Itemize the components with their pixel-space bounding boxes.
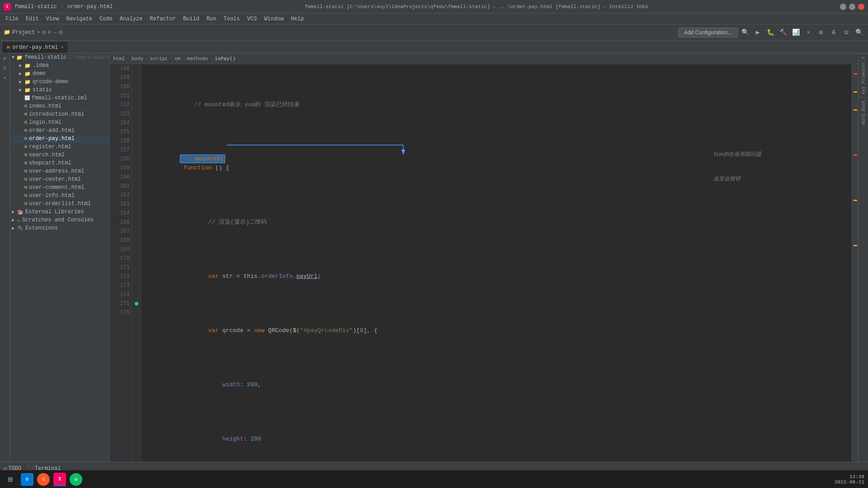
user-address-file-icon: H	[24, 169, 27, 174]
scroll-markers[interactable]	[852, 64, 858, 462]
login-file-icon: H	[24, 120, 27, 125]
tree-item-register[interactable]: ▶ H register.html	[10, 143, 109, 151]
menu-build[interactable]: Build	[179, 15, 203, 23]
toolbar-project: 📁 Project ▾ ⚙ ≡ – ⚙	[4, 28, 62, 36]
tree-item-idea[interactable]: ▶ 📁 .idea	[10, 61, 109, 70]
menu-vcs[interactable]: VCS	[244, 15, 261, 23]
windows-start-button[interactable]: ⊞	[4, 473, 17, 486]
menu-navigate[interactable]: Navigate	[62, 15, 96, 23]
favorites-icon[interactable]: ★	[1, 73, 9, 81]
demo-label: demo	[33, 70, 46, 77]
index-label: index.html	[29, 103, 61, 109]
structure-icon[interactable]: S	[1, 64, 9, 72]
menu-view[interactable]: View	[42, 15, 63, 23]
warning-marker-3	[854, 200, 857, 201]
tree-item-qrcode-demo[interactable]: ▶ 📁 qrcode-demo	[10, 78, 109, 86]
app-icon: I	[4, 3, 11, 10]
key-promoter-tab[interactable]: Key Promoter X	[859, 53, 868, 97]
breadcrumb-ispay[interactable]: isPay()	[215, 56, 236, 61]
tree-item-search[interactable]: ▶ H search.html	[10, 151, 109, 159]
tree-item-index[interactable]: ▶ H index.html	[10, 102, 109, 110]
breadcrumb-script[interactable]: script	[150, 56, 168, 61]
error-marker-1	[854, 73, 857, 75]
taskbar-intellij[interactable]: I	[53, 473, 66, 486]
taskbar-chrome[interactable]: G	[37, 473, 50, 486]
menu-edit[interactable]: Edit	[22, 15, 42, 23]
taskbar-edge[interactable]: e	[21, 473, 33, 486]
menu-analyze[interactable]: Analyze	[116, 15, 146, 23]
menu-help[interactable]: Help	[287, 15, 307, 23]
expand-arrow-ext: ▶	[12, 209, 15, 215]
expand-arrow-idea: ▶	[19, 63, 23, 68]
menu-code[interactable]: Code	[96, 15, 116, 23]
minimize-button[interactable]	[840, 4, 846, 10]
tree-root[interactable]: ▼ 📁 fmmall-static C:\Users\xuyl\Idea...	[10, 53, 109, 61]
debug-button[interactable]: 🐛	[765, 27, 776, 38]
tree-item-login[interactable]: ▶ H login.html	[10, 118, 109, 127]
menu-run[interactable]: Run	[203, 15, 220, 23]
tree-item-introduction[interactable]: ▶ H introduction.html	[10, 110, 109, 118]
search-icon[interactable]: 🔍	[854, 27, 864, 38]
order-pay-file-icon: H	[24, 136, 27, 141]
breadcrumb-sep-1: ›	[127, 56, 130, 61]
menu-refactor[interactable]: Refactor	[146, 15, 179, 23]
coverage-button[interactable]: 📊	[790, 27, 801, 38]
title-bar-center: fmmall-static [C:\Users\xuyl\IdeaProject…	[113, 4, 840, 9]
demo-folder-icon: 📁	[24, 71, 31, 77]
project-panel: ▼ 📁 fmmall-static C:\Users\xuyl\Idea... …	[10, 53, 109, 462]
windows-taskbar: ⊞ e G I W 13:38 2022-08-21	[0, 470, 868, 488]
breadcrumb-sep-3: ›	[170, 56, 173, 61]
tree-item-scratches[interactable]: ▶ ✏ Scratches and Consoles	[10, 216, 109, 224]
word-book-tab[interactable]: Word Book	[859, 97, 868, 127]
tree-item-extensions[interactable]: ▶ 🔌 Extensions	[10, 224, 109, 232]
user-orderlist-file-icon: H	[24, 202, 27, 206]
tab-label: order-pay.html	[13, 44, 58, 51]
tree-item-user-comment[interactable]: ▶ H user-comment.html	[10, 183, 109, 192]
build-button[interactable]: 🔨	[778, 27, 788, 38]
settings-icon[interactable]: ⚙	[816, 27, 826, 38]
add-config-button[interactable]: Add Configuration...	[678, 28, 738, 38]
tab-order-pay[interactable]: H order-pay.html ×	[2, 41, 69, 53]
tree-item-external-libraries[interactable]: ▶ 📚 External Libraries	[10, 208, 109, 216]
breadcrumb-bar: html › body › script › vm › methods › is…	[109, 53, 858, 64]
qrcode-label: qrcode-demo	[33, 79, 68, 85]
tree-item-user-address[interactable]: ▶ H user-address.html	[10, 167, 109, 175]
breadcrumb-body[interactable]: body	[132, 56, 143, 61]
warning-marker-4	[854, 245, 857, 246]
code-line-150: // 渲染(显示)二维码	[145, 209, 848, 236]
maximize-button[interactable]	[849, 4, 855, 10]
run-button[interactable]: ▶	[752, 27, 763, 38]
menu-file[interactable]: File	[2, 15, 22, 23]
layout-icon[interactable]: ⊡	[841, 27, 852, 38]
profile-button[interactable]: ⚡	[803, 27, 814, 38]
menu-tools[interactable]: Tools	[220, 15, 244, 23]
tab-close-button[interactable]: ×	[61, 45, 64, 50]
tree-item-user-info[interactable]: ▶ H user-info.html	[10, 192, 109, 200]
tree-item-iml[interactable]: ▶ ⬜ fmmall-static.iml	[10, 94, 109, 102]
run-indicator	[135, 302, 138, 305]
warning-marker-1	[854, 91, 857, 93]
tree-item-shopcart[interactable]: ▶ H shopcart.html	[10, 159, 109, 167]
tree-item-order-add[interactable]: ▶ H order-add.html	[10, 127, 109, 135]
shopcart-file-icon: H	[24, 161, 27, 166]
error-marker-2	[854, 155, 857, 156]
taskbar-wechat[interactable]: W	[70, 473, 82, 486]
breadcrumb-sep-2: ›	[145, 56, 148, 61]
breadcrumb-methods[interactable]: methods	[187, 56, 208, 61]
menu-window[interactable]: Window	[260, 15, 287, 23]
expand-arrow-demo: ▶	[19, 71, 23, 76]
tree-item-demo[interactable]: ▶ 📁 demo	[10, 70, 109, 78]
tree-item-static[interactable]: ▶ 📁 static	[10, 86, 109, 94]
tab-bar: H order-pay.html ×	[0, 41, 868, 53]
tree-item-user-center[interactable]: ▶ H user-center.html	[10, 175, 109, 183]
project-icon[interactable]: P	[1, 55, 9, 63]
code-content[interactable]: // mounted表示 vue的 渲染已经结束 mounted: functi…	[141, 64, 852, 462]
title-bar-left: I fmmall-static – order-pay.html	[4, 3, 113, 10]
breadcrumb-html[interactable]: html	[113, 56, 125, 61]
translate-icon[interactable]: A	[828, 27, 839, 38]
tree-item-user-orderlist[interactable]: ▶ H user-orderlist.html	[10, 200, 109, 208]
close-button[interactable]	[858, 4, 864, 10]
code-editor[interactable]: html › body › script › vm › methods › is…	[109, 53, 858, 462]
breadcrumb-vm[interactable]: vm	[175, 56, 180, 61]
tree-item-order-pay[interactable]: ▶ H order-pay.html	[10, 135, 109, 143]
